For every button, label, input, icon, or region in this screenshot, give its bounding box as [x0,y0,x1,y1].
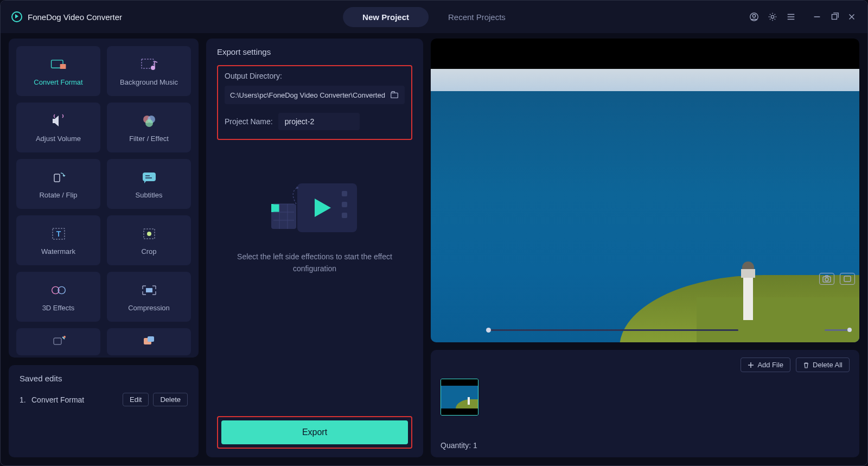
svg-rect-26 [342,191,347,196]
extra-icon [49,333,68,349]
tool-label: Rotate / Flip [39,191,77,199]
adjust-volume-icon [49,113,68,129]
svg-rect-11 [54,174,60,182]
svg-rect-23 [148,336,154,342]
svg-rect-28 [342,213,347,218]
tool-label: Watermark [41,247,75,256]
convert-format-icon [49,56,68,73]
video-preview[interactable] [431,39,859,317]
svg-point-33 [825,278,828,281]
quantity-label: Quantity: 1 [441,441,850,450]
menu-icon[interactable] [786,12,796,22]
file-thumbnail[interactable] [441,379,478,416]
tool-label: Crop [141,247,156,256]
saved-edits-panel: Saved edits 1. Convert Format Edit Delet… [9,365,199,457]
minimize-icon[interactable] [812,12,822,22]
output-directory-field[interactable]: C:\Users\pc\FoneDog Video Converter\Conv… [225,86,405,104]
export-settings-highlight: Output Directory: C:\Users\pc\FoneDog Vi… [217,65,412,140]
tool-crop[interactable]: Crop [107,215,191,265]
tools-panel: Convert Format Background Music Adjust V… [9,39,199,358]
browse-folder-icon[interactable] [390,90,399,100]
svg-point-10 [145,119,153,127]
project-name-label: Project Name: [225,117,273,126]
svg-rect-3 [832,15,837,20]
edit-button[interactable]: Edit [123,393,149,406]
maximize-icon[interactable] [829,12,839,22]
tool-label: Compression [128,304,170,312]
tool-label: Adjust Volume [36,135,81,143]
output-directory-value: C:\Users\pc\FoneDog Video Converter\Conv… [230,91,385,99]
export-settings-panel: Export settings Output Directory: C:\Use… [206,39,423,457]
project-name-input[interactable] [278,113,360,130]
saved-edit-index: 1. [20,395,31,404]
preview-panel: 00:00:00 / 00:02:59 [431,39,859,342]
add-file-button[interactable]: Add File [741,358,790,372]
export-button[interactable]: Export [221,420,408,444]
compression-icon [140,282,158,298]
app-logo-icon [11,11,22,22]
3d-effects-icon [49,282,68,298]
tool-watermark[interactable]: T Watermark [16,215,100,265]
output-directory-label: Output Directory: [225,72,405,80]
svg-point-31 [296,187,298,189]
saved-edit-name: Convert Format [31,395,118,404]
delete-all-button[interactable]: Delete All [796,358,850,372]
tool-convert-format[interactable]: Convert Format [16,46,100,96]
svg-rect-27 [342,202,347,207]
tool-label: Background Music [120,78,178,86]
delete-button[interactable]: Delete [153,393,188,406]
title-bar: FoneDog Video Converter New Project Rece… [1,1,867,33]
effect-placeholder: Select the left side effections to start… [217,178,412,275]
subtitles-icon [140,169,158,186]
app-title: FoneDog Video Converter [28,12,122,22]
filter-effect-icon [140,113,158,129]
svg-rect-20 [54,338,61,344]
background-music-icon [140,56,158,73]
svg-point-21 [63,336,66,338]
svg-point-1 [752,15,755,17]
tab-recent-projects[interactable]: Recent Projects [429,7,525,27]
tool-label: Filter / Effect [129,135,169,143]
svg-text:T: T [56,229,61,238]
tool-compression[interactable]: Compression [107,272,191,322]
svg-point-16 [147,232,151,236]
rotate-flip-icon [49,169,68,186]
saved-edits-title: Saved edits [20,374,188,383]
files-panel: Add File Delete All [431,350,859,457]
tool-filter-effect[interactable]: Filter / Effect [107,103,191,152]
svg-rect-34 [844,276,851,282]
close-icon[interactable] [847,12,857,22]
tool-extra-1[interactable] [16,328,100,355]
tool-label: Convert Format [34,78,82,86]
extra-icon [140,333,158,349]
tool-subtitles[interactable]: Subtitles [107,159,191,209]
svg-rect-24 [391,93,398,98]
effect-placeholder-icon [266,178,363,238]
tool-background-music[interactable]: Background Music [107,46,191,96]
volume-slider[interactable] [825,329,852,331]
export-settings-title: Export settings [217,47,412,56]
progress-bar[interactable] [486,329,738,331]
tool-3d-effects[interactable]: 3D Effects [16,272,100,322]
tool-rotate-flip[interactable]: Rotate / Flip [16,159,100,209]
account-icon[interactable] [749,12,759,22]
effect-placeholder-text: Select the left side effections to start… [233,251,396,275]
saved-edit-row: 1. Convert Format Edit Delete [20,393,188,406]
snapshot-icon[interactable] [819,273,834,285]
tab-new-project[interactable]: New Project [343,7,429,27]
watermark-icon: T [49,226,68,242]
settings-icon[interactable] [768,12,777,22]
export-button-highlight: Export [217,416,412,449]
svg-rect-30 [271,204,279,212]
fullscreen-icon[interactable] [840,273,855,285]
tool-label: Subtitles [136,191,163,199]
svg-rect-12 [143,173,156,181]
svg-rect-19 [146,288,152,292]
svg-rect-5 [60,64,66,69]
tool-extra-2[interactable] [107,328,191,355]
crop-icon [140,226,158,242]
tool-adjust-volume[interactable]: Adjust Volume [16,103,100,152]
tool-label: 3D Effects [42,304,75,312]
svg-point-2 [771,15,774,18]
